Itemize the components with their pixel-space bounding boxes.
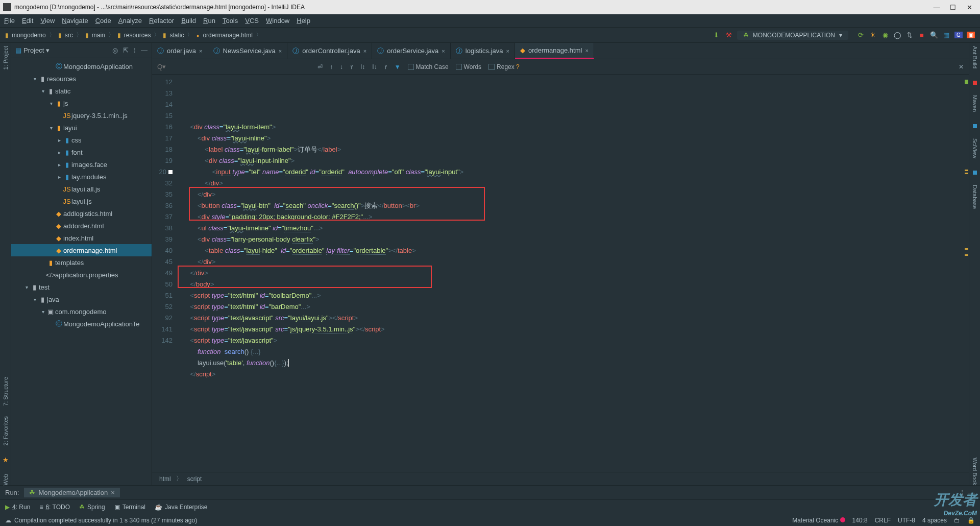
close-find-icon[interactable]: ✕: [959, 63, 964, 70]
breadcrumb-item[interactable]: ordermanage.html: [203, 32, 252, 39]
tree-item[interactable]: ⒸMongodemoApplication: [11, 60, 152, 73]
menu-vcs[interactable]: VCS: [245, 17, 259, 25]
minimize-button[interactable]: —: [933, 4, 940, 11]
tree-item[interactable]: ▮templates: [11, 256, 152, 269]
tree-item[interactable]: ▾▮resources: [11, 73, 152, 85]
words-checkbox[interactable]: Words: [456, 63, 481, 70]
filter4-icon[interactable]: ⫯: [384, 63, 387, 70]
coverage-icon[interactable]: ◉: [881, 31, 889, 39]
close-tab-icon[interactable]: ×: [363, 48, 366, 54]
collapse-icon[interactable]: ⇱: [123, 46, 129, 54]
bottom-tool[interactable]: ≡6: TODO: [39, 504, 70, 511]
menu-view[interactable]: View: [40, 17, 55, 25]
menu-help[interactable]: Help: [297, 17, 310, 25]
tree-item[interactable]: JSjquery-3.5.1.min..js: [11, 109, 152, 122]
attach-icon[interactable]: ⇅: [905, 31, 914, 39]
close-tab-icon[interactable]: ×: [442, 48, 445, 54]
maximize-button[interactable]: ☐: [949, 4, 957, 11]
indent[interactable]: 4 spaces: [922, 517, 947, 524]
close-icon[interactable]: ×: [111, 489, 115, 496]
bottom-tool[interactable]: ☘Spring: [79, 504, 105, 511]
close-button[interactable]: ✕: [966, 4, 973, 11]
tree-item[interactable]: JSlayui.all.js: [11, 183, 152, 195]
menu-tools[interactable]: Tools: [223, 17, 238, 25]
bottom-tool[interactable]: ▣Terminal: [114, 504, 145, 511]
tree-item[interactable]: ◆index.html: [11, 232, 152, 244]
project-view-button[interactable]: ▤ Project ▾: [15, 46, 50, 54]
prev-match-icon[interactable]: ↑: [330, 63, 333, 70]
breadcrumb-item[interactable]: main: [92, 32, 105, 39]
breadcrumb-item[interactable]: static: [169, 32, 184, 39]
lock-icon[interactable]: 🔒: [967, 517, 975, 524]
enter-icon[interactable]: ⏎: [317, 63, 323, 70]
tool-sciview[interactable]: SciView: [972, 138, 978, 158]
tree-item[interactable]: ▾▮static: [11, 85, 152, 97]
tree-item[interactable]: ◆addlogistics.html: [11, 207, 152, 220]
editor-tab[interactable]: ⒿNewsService.java×: [208, 43, 288, 59]
bottom-tool[interactable]: ☕Java Enterprise: [155, 504, 207, 511]
build-icon[interactable]: ⬇: [713, 31, 721, 39]
breadcrumb-item[interactable]: resources: [124, 32, 151, 39]
editor-tab[interactable]: Ⓙlogistics.java×: [451, 43, 515, 59]
tool-maven[interactable]: Maven: [972, 95, 978, 112]
plugin2-icon[interactable]: ▣: [967, 32, 975, 38]
editor-tab[interactable]: ⒿorderService.java×: [372, 43, 451, 59]
tool-structure[interactable]: 7: Structure: [3, 377, 9, 406]
menu-window[interactable]: Window: [266, 17, 289, 25]
menu-file[interactable]: File: [4, 17, 15, 25]
editor-gutter[interactable]: 1213141516171819203235363738394045495051…: [152, 75, 178, 472]
tool-ant[interactable]: Ant Build: [972, 46, 978, 68]
menu-analyze[interactable]: Analyze: [118, 17, 142, 25]
more-icon[interactable]: ⁞: [961, 489, 963, 496]
tree-item[interactable]: ▾▮test: [11, 281, 152, 293]
close-tab-icon[interactable]: ×: [199, 48, 202, 54]
profile-icon[interactable]: ◯: [893, 31, 901, 39]
hide-icon[interactable]: —: [141, 46, 148, 54]
filter3-icon[interactable]: I↓: [372, 63, 377, 70]
editor-tab[interactable]: Ⓙorder.java×: [152, 43, 208, 59]
tool-wordbook[interactable]: Word Book: [972, 458, 978, 485]
breadcrumb-item[interactable]: src: [65, 32, 73, 39]
settings-icon[interactable]: ⁞: [134, 46, 136, 54]
tree-item[interactable]: ▸▮lay.modules: [11, 171, 152, 183]
tool-database[interactable]: Database: [972, 185, 978, 209]
search-everywhere-icon[interactable]: 🔍: [930, 31, 938, 39]
run-configuration[interactable]: ☘ MONGODEMOAPPLICATION ▾: [737, 31, 848, 40]
editor-tab[interactable]: ◆ordermanage.html×: [515, 43, 594, 59]
filter1-icon[interactable]: ⫯: [350, 63, 353, 70]
rerun-icon[interactable]: ⟳: [856, 31, 865, 39]
tool-project[interactable]: 1: Project: [3, 46, 9, 69]
close-tab-icon[interactable]: ×: [506, 48, 509, 54]
filter2-icon[interactable]: I↕: [360, 63, 365, 70]
tree-item[interactable]: ▾▮js: [11, 97, 152, 109]
tree-item[interactable]: ◆ordermanage.html: [11, 244, 152, 256]
tool-web[interactable]: Web: [3, 474, 9, 485]
next-match-icon[interactable]: ↓: [340, 63, 343, 70]
tree-item[interactable]: JSlayui.js: [11, 195, 152, 207]
theme-label[interactable]: Material Oceanic: [792, 517, 845, 524]
grid-icon[interactable]: ▦: [942, 31, 950, 39]
tree-item[interactable]: ▾▣com.mongodemo: [11, 305, 152, 318]
regex-checkbox[interactable]: Regex ?: [488, 63, 520, 70]
bottom-tool[interactable]: ▶4: Run: [5, 504, 30, 511]
error-stripe[interactable]: [964, 75, 969, 472]
tree-item[interactable]: ◆addorder.html: [11, 220, 152, 232]
editor-breadcrumb[interactable]: html〉script: [152, 472, 969, 485]
tree-item[interactable]: ▸▮css: [11, 134, 152, 146]
tree-item[interactable]: ⒸMongodemoApplicationTe: [11, 318, 152, 330]
line-separator[interactable]: CRLF: [875, 517, 891, 524]
menu-refactor[interactable]: Refactor: [149, 17, 174, 25]
tree-item[interactable]: ▸▮images.face: [11, 158, 152, 171]
tree-item[interactable]: </>application.properties: [11, 269, 152, 281]
debug-icon[interactable]: ☀: [869, 31, 877, 39]
tree-item[interactable]: ▸▮font: [11, 146, 152, 158]
tool-favorites[interactable]: 2: Favorites: [3, 416, 9, 445]
menu-build[interactable]: Build: [181, 17, 196, 25]
run-tab[interactable]: ☘ MongodemoApplication ×: [24, 488, 119, 497]
plugin1-icon[interactable]: G: [954, 32, 963, 38]
menu-navigate[interactable]: Navigate: [62, 17, 88, 25]
match-case-checkbox[interactable]: Match Case: [408, 63, 449, 70]
target-icon[interactable]: ◎: [112, 46, 118, 54]
editor-code[interactable]: <div class="layui-form-item"> <div class…: [178, 75, 969, 472]
close-tab-icon[interactable]: ×: [585, 47, 588, 54]
